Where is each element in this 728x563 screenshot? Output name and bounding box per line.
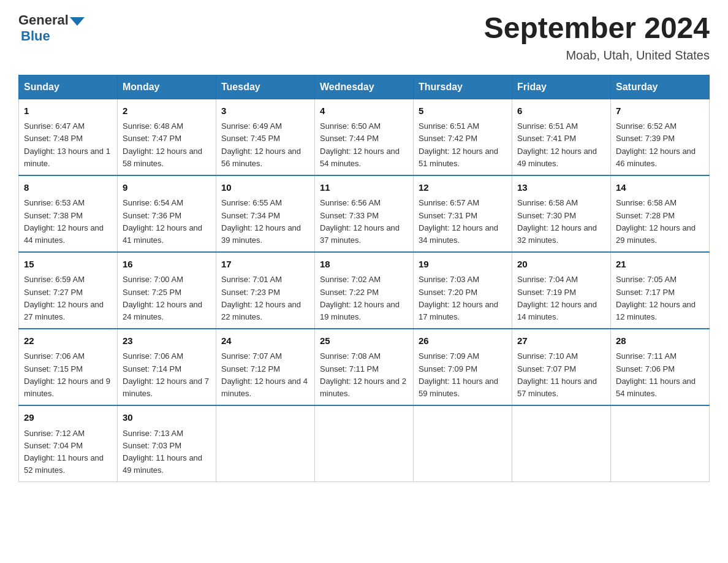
calendar-cell: 14Sunrise: 6:58 AMSunset: 7:28 PMDayligh…	[611, 175, 710, 252]
calendar-cell: 2Sunrise: 6:48 AMSunset: 7:47 PMDaylight…	[118, 99, 216, 175]
column-header-saturday: Saturday	[611, 75, 710, 99]
column-header-tuesday: Tuesday	[216, 75, 315, 99]
day-number: 22	[24, 334, 112, 348]
day-number: 21	[616, 258, 704, 272]
day-number: 25	[320, 334, 408, 348]
calendar-week-row: 1Sunrise: 6:47 AMSunset: 7:48 PMDaylight…	[19, 99, 710, 175]
day-number: 19	[419, 258, 507, 272]
day-info: Sunrise: 7:06 AMSunset: 7:15 PMDaylight:…	[24, 350, 112, 400]
day-number: 29	[24, 411, 112, 425]
day-info: Sunrise: 7:12 AMSunset: 7:04 PMDaylight:…	[24, 427, 112, 477]
calendar-title: September 2024	[484, 12, 710, 45]
calendar-cell	[315, 405, 414, 482]
day-number: 16	[123, 258, 211, 272]
calendar-cell	[611, 405, 710, 482]
calendar-cell: 11Sunrise: 6:56 AMSunset: 7:33 PMDayligh…	[315, 175, 414, 252]
day-number: 23	[123, 334, 211, 348]
day-number: 17	[221, 258, 309, 272]
day-number: 11	[320, 181, 408, 195]
calendar-cell: 30Sunrise: 7:13 AMSunset: 7:03 PMDayligh…	[118, 405, 216, 482]
day-number: 30	[123, 411, 211, 425]
day-number: 1	[24, 104, 112, 118]
calendar-cell: 25Sunrise: 7:08 AMSunset: 7:11 PMDayligh…	[315, 329, 414, 405]
day-info: Sunrise: 7:07 AMSunset: 7:12 PMDaylight:…	[221, 350, 309, 400]
day-info: Sunrise: 6:55 AMSunset: 7:34 PMDaylight:…	[221, 197, 309, 247]
calendar-cell: 17Sunrise: 7:01 AMSunset: 7:23 PMDayligh…	[216, 252, 315, 329]
calendar-cell: 10Sunrise: 6:55 AMSunset: 7:34 PMDayligh…	[216, 175, 315, 252]
day-info: Sunrise: 6:50 AMSunset: 7:44 PMDaylight:…	[320, 120, 408, 170]
day-number: 27	[517, 334, 605, 348]
logo: General Blue	[18, 12, 85, 44]
day-number: 9	[123, 181, 211, 195]
calendar-cell: 27Sunrise: 7:10 AMSunset: 7:07 PMDayligh…	[512, 329, 611, 405]
calendar-cell: 20Sunrise: 7:04 AMSunset: 7:19 PMDayligh…	[512, 252, 611, 329]
day-number: 7	[616, 104, 704, 118]
calendar-cell: 4Sunrise: 6:50 AMSunset: 7:44 PMDaylight…	[315, 99, 414, 175]
calendar-cell: 13Sunrise: 6:58 AMSunset: 7:30 PMDayligh…	[512, 175, 611, 252]
day-info: Sunrise: 7:02 AMSunset: 7:22 PMDaylight:…	[320, 274, 408, 323]
calendar-header: SundayMondayTuesdayWednesdayThursdayFrid…	[19, 75, 710, 99]
calendar-cell: 5Sunrise: 6:51 AMSunset: 7:42 PMDaylight…	[414, 99, 512, 175]
day-number: 26	[419, 334, 507, 348]
day-info: Sunrise: 6:58 AMSunset: 7:30 PMDaylight:…	[517, 197, 605, 247]
calendar-cell: 15Sunrise: 6:59 AMSunset: 7:27 PMDayligh…	[19, 252, 118, 329]
calendar-cell: 12Sunrise: 6:57 AMSunset: 7:31 PMDayligh…	[414, 175, 512, 252]
calendar-cell	[216, 405, 315, 482]
day-number: 2	[123, 104, 211, 118]
calendar-week-row: 29Sunrise: 7:12 AMSunset: 7:04 PMDayligh…	[19, 405, 710, 482]
calendar-subtitle: Moab, Utah, United States	[484, 48, 710, 63]
day-info: Sunrise: 7:08 AMSunset: 7:11 PMDaylight:…	[320, 350, 408, 400]
calendar-cell: 18Sunrise: 7:02 AMSunset: 7:22 PMDayligh…	[315, 252, 414, 329]
calendar-cell: 1Sunrise: 6:47 AMSunset: 7:48 PMDaylight…	[19, 99, 118, 175]
header-row: SundayMondayTuesdayWednesdayThursdayFrid…	[19, 75, 710, 99]
day-number: 12	[419, 181, 507, 195]
day-number: 18	[320, 258, 408, 272]
day-info: Sunrise: 7:03 AMSunset: 7:20 PMDaylight:…	[419, 274, 507, 323]
calendar-cell: 23Sunrise: 7:06 AMSunset: 7:14 PMDayligh…	[118, 329, 216, 405]
day-number: 24	[221, 334, 309, 348]
column-header-wednesday: Wednesday	[315, 75, 414, 99]
logo-arrow-icon	[70, 17, 85, 26]
calendar-week-row: 22Sunrise: 7:06 AMSunset: 7:15 PMDayligh…	[19, 329, 710, 405]
calendar-cell: 24Sunrise: 7:07 AMSunset: 7:12 PMDayligh…	[216, 329, 315, 405]
calendar-cell: 7Sunrise: 6:52 AMSunset: 7:39 PMDaylight…	[611, 99, 710, 175]
calendar-cell: 29Sunrise: 7:12 AMSunset: 7:04 PMDayligh…	[19, 405, 118, 482]
day-info: Sunrise: 7:11 AMSunset: 7:06 PMDaylight:…	[616, 350, 704, 400]
day-info: Sunrise: 6:56 AMSunset: 7:33 PMDaylight:…	[320, 197, 408, 247]
calendar-week-row: 8Sunrise: 6:53 AMSunset: 7:38 PMDaylight…	[19, 175, 710, 252]
calendar-cell	[414, 405, 512, 482]
title-section: September 2024 Moab, Utah, United States	[484, 12, 710, 63]
calendar-cell: 28Sunrise: 7:11 AMSunset: 7:06 PMDayligh…	[611, 329, 710, 405]
day-info: Sunrise: 7:13 AMSunset: 7:03 PMDaylight:…	[123, 427, 211, 477]
calendar-cell: 22Sunrise: 7:06 AMSunset: 7:15 PMDayligh…	[19, 329, 118, 405]
calendar-cell: 8Sunrise: 6:53 AMSunset: 7:38 PMDaylight…	[19, 175, 118, 252]
day-info: Sunrise: 6:49 AMSunset: 7:45 PMDaylight:…	[221, 120, 309, 170]
logo-text-general: General	[18, 12, 69, 28]
day-info: Sunrise: 7:10 AMSunset: 7:07 PMDaylight:…	[517, 350, 605, 400]
day-info: Sunrise: 7:04 AMSunset: 7:19 PMDaylight:…	[517, 274, 605, 323]
day-number: 13	[517, 181, 605, 195]
day-number: 6	[517, 104, 605, 118]
calendar-cell: 26Sunrise: 7:09 AMSunset: 7:09 PMDayligh…	[414, 329, 512, 405]
day-info: Sunrise: 6:51 AMSunset: 7:42 PMDaylight:…	[419, 120, 507, 170]
calendar-cell: 6Sunrise: 6:51 AMSunset: 7:41 PMDaylight…	[512, 99, 611, 175]
calendar-table: SundayMondayTuesdayWednesdayThursdayFrid…	[18, 75, 710, 482]
day-info: Sunrise: 6:54 AMSunset: 7:36 PMDaylight:…	[123, 197, 211, 247]
day-info: Sunrise: 7:09 AMSunset: 7:09 PMDaylight:…	[419, 350, 507, 400]
day-number: 20	[517, 258, 605, 272]
column-header-friday: Friday	[512, 75, 611, 99]
day-number: 3	[221, 104, 309, 118]
logo-text-blue: Blue	[21, 28, 50, 44]
day-info: Sunrise: 6:58 AMSunset: 7:28 PMDaylight:…	[616, 197, 704, 247]
day-info: Sunrise: 6:59 AMSunset: 7:27 PMDaylight:…	[24, 274, 112, 323]
calendar-cell: 19Sunrise: 7:03 AMSunset: 7:20 PMDayligh…	[414, 252, 512, 329]
calendar-week-row: 15Sunrise: 6:59 AMSunset: 7:27 PMDayligh…	[19, 252, 710, 329]
day-number: 8	[24, 181, 112, 195]
day-info: Sunrise: 6:47 AMSunset: 7:48 PMDaylight:…	[24, 120, 112, 170]
day-number: 28	[616, 334, 704, 348]
calendar-cell	[512, 405, 611, 482]
day-info: Sunrise: 6:57 AMSunset: 7:31 PMDaylight:…	[419, 197, 507, 247]
day-info: Sunrise: 6:53 AMSunset: 7:38 PMDaylight:…	[24, 197, 112, 247]
column-header-sunday: Sunday	[19, 75, 118, 99]
day-info: Sunrise: 6:52 AMSunset: 7:39 PMDaylight:…	[616, 120, 704, 170]
